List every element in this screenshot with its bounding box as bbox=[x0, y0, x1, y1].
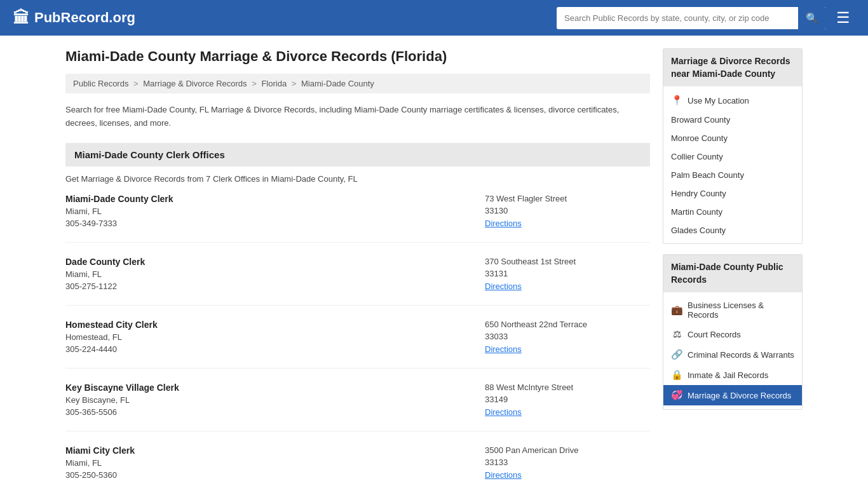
breadcrumb-marriage-divorce[interactable]: Marriage & Divorce Records bbox=[143, 79, 247, 88]
pr-icon: 🔒 bbox=[671, 369, 682, 381]
clerk-address: 370 Southeast 1st Street 33131 Direction… bbox=[485, 257, 650, 291]
clerk-name: Dade County Clerk bbox=[65, 257, 485, 267]
header-right: 🔍 ☰ bbox=[557, 6, 855, 29]
clerk-zip: 33033 bbox=[485, 332, 650, 341]
pr-label: Business Licenses & Records bbox=[688, 301, 794, 320]
clerk-phone: 305-275-1122 bbox=[65, 281, 485, 291]
nearby-county-link[interactable]: Monroe County bbox=[663, 129, 802, 147]
nearby-county-link[interactable]: Broward County bbox=[663, 111, 802, 129]
breadcrumb: Public Records > Marriage & Divorce Reco… bbox=[65, 74, 650, 93]
breadcrumb-miami-dade[interactable]: Miami-Dade County bbox=[301, 79, 374, 88]
clerk-city: Homestead, FL bbox=[65, 332, 485, 342]
directions-link[interactable]: Directions bbox=[485, 407, 522, 417]
directions-link[interactable]: Directions bbox=[485, 281, 522, 291]
header: 🏛 PubRecord.org 🔍 ☰ bbox=[0, 0, 868, 36]
clerk-street: 650 Northeast 22nd Terrace bbox=[485, 320, 650, 329]
public-record-item[interactable]: 💞 Marriage & Divorce Records bbox=[663, 385, 802, 405]
clerk-info: Miami-Dade County Clerk Miami, FL 305-34… bbox=[65, 194, 485, 228]
clerk-address: 73 West Flagler Street 33130 Directions bbox=[485, 194, 650, 228]
public-records-box: Miami-Dade County Public Records 💼 Busin… bbox=[663, 254, 803, 410]
clerk-street: 73 West Flagler Street bbox=[485, 194, 650, 203]
public-records-header: Miami-Dade County Public Records bbox=[663, 255, 802, 292]
clerks-list: Miami-Dade County Clerk Miami, FL 305-34… bbox=[65, 194, 650, 488]
clerk-info: Dade County Clerk Miami, FL 305-275-1122 bbox=[65, 257, 485, 291]
clerk-name: Key Biscayne Village Clerk bbox=[65, 383, 485, 393]
nearby-box: Marriage & Divorce Records near Miami-Da… bbox=[663, 48, 803, 244]
clerk-street: 3500 Pan American Drive bbox=[485, 445, 650, 455]
public-record-item[interactable]: 🔗 Criminal Records & Warrants bbox=[663, 344, 802, 365]
section-header: Miami-Dade County Clerk Offices bbox=[65, 143, 650, 166]
nearby-header: Marriage & Divorce Records near Miami-Da… bbox=[663, 49, 802, 86]
search-input[interactable] bbox=[557, 8, 798, 28]
clerk-name: Miami-Dade County Clerk bbox=[65, 194, 485, 204]
nearby-body: 📍 Use My Location Broward CountyMonroe C… bbox=[663, 86, 802, 243]
nearby-county-link[interactable]: Palm Beach County bbox=[663, 166, 802, 184]
breadcrumb-florida[interactable]: Florida bbox=[261, 79, 287, 88]
clerk-phone: 305-365-5506 bbox=[65, 407, 485, 417]
public-record-item[interactable]: ⚖ Court Records bbox=[663, 324, 802, 344]
clerk-entry: Homestead City Clerk Homestead, FL 305-2… bbox=[65, 320, 650, 369]
site-logo[interactable]: 🏛 PubRecord.org bbox=[13, 8, 135, 28]
clerk-address: 3500 Pan American Drive 33133 Directions bbox=[485, 445, 650, 480]
nearby-county-link[interactable]: Hendry County bbox=[663, 184, 802, 203]
clerk-city: Miami, FL bbox=[65, 458, 485, 468]
clerk-street: 88 West McIntyre Street bbox=[485, 383, 650, 392]
content-area: Miami-Dade County Marriage & Divorce Rec… bbox=[65, 48, 650, 488]
clerk-city: Key Biscayne, FL bbox=[65, 395, 485, 405]
directions-link[interactable]: Directions bbox=[485, 219, 522, 228]
public-record-item[interactable]: 🔒 Inmate & Jail Records bbox=[663, 365, 802, 385]
nearby-county-link[interactable]: Collier County bbox=[663, 147, 802, 166]
clerk-name: Homestead City Clerk bbox=[65, 320, 485, 330]
pr-icon: ⚖ bbox=[671, 329, 682, 340]
section-subtext: Get Marriage & Divorce Records from 7 Cl… bbox=[65, 174, 650, 184]
directions-link[interactable]: Directions bbox=[485, 470, 522, 480]
pr-icon: 🔗 bbox=[671, 349, 682, 360]
pr-label: Court Records bbox=[688, 330, 741, 339]
clerk-zip: 33133 bbox=[485, 458, 650, 467]
use-location-label: Use My Location bbox=[688, 96, 749, 105]
clerk-zip: 33149 bbox=[485, 395, 650, 404]
pr-icon: 💼 bbox=[671, 304, 682, 316]
clerk-info: Key Biscayne Village Clerk Key Biscayne,… bbox=[65, 383, 485, 417]
search-bar: 🔍 bbox=[557, 7, 826, 29]
clerk-zip: 33131 bbox=[485, 269, 650, 278]
clerk-city: Miami, FL bbox=[65, 269, 485, 279]
breadcrumb-sep-3: > bbox=[292, 79, 299, 88]
main-container: Miami-Dade County Marriage & Divorce Rec… bbox=[53, 36, 815, 488]
search-button[interactable]: 🔍 bbox=[798, 7, 826, 29]
logo-icon: 🏛 bbox=[13, 8, 29, 28]
clerk-entry: Key Biscayne Village Clerk Key Biscayne,… bbox=[65, 383, 650, 431]
breadcrumb-sep-1: > bbox=[133, 79, 140, 88]
pr-label: Criminal Records & Warrants bbox=[688, 350, 794, 360]
pr-label: Inmate & Jail Records bbox=[688, 370, 768, 380]
clerk-zip: 33130 bbox=[485, 206, 650, 215]
logo-text: PubRecord.org bbox=[34, 10, 135, 26]
menu-icon: ☰ bbox=[836, 9, 850, 26]
clerk-entry: Miami City Clerk Miami, FL 305-250-5360 … bbox=[65, 445, 650, 488]
page-title: Miami-Dade County Marriage & Divorce Rec… bbox=[65, 48, 650, 65]
use-location-link[interactable]: 📍 Use My Location bbox=[663, 90, 802, 111]
sidebar: Marriage & Divorce Records near Miami-Da… bbox=[663, 48, 803, 488]
clerk-street: 370 Southeast 1st Street bbox=[485, 257, 650, 266]
clerk-city: Miami, FL bbox=[65, 207, 485, 216]
public-records-body: 💼 Business Licenses & Records ⚖ Court Re… bbox=[663, 292, 802, 409]
clerk-name: Miami City Clerk bbox=[65, 445, 485, 456]
clerk-phone: 305-250-5360 bbox=[65, 470, 485, 480]
clerk-address: 650 Northeast 22nd Terrace 33033 Directi… bbox=[485, 320, 650, 354]
breadcrumb-public-records[interactable]: Public Records bbox=[73, 79, 128, 88]
clerk-address: 88 West McIntyre Street 33149 Directions bbox=[485, 383, 650, 417]
directions-link[interactable]: Directions bbox=[485, 344, 522, 354]
clerk-info: Miami City Clerk Miami, FL 305-250-5360 bbox=[65, 445, 485, 480]
breadcrumb-sep-2: > bbox=[252, 79, 259, 88]
pr-label: Marriage & Divorce Records bbox=[688, 391, 791, 400]
location-icon: 📍 bbox=[671, 95, 682, 106]
nearby-county-link[interactable]: Glades County bbox=[663, 221, 802, 240]
pr-icon: 💞 bbox=[671, 390, 682, 401]
clerk-entry: Dade County Clerk Miami, FL 305-275-1122… bbox=[65, 257, 650, 306]
menu-button[interactable]: ☰ bbox=[831, 6, 855, 29]
nearby-counties: Broward CountyMonroe CountyCollier Count… bbox=[663, 111, 802, 240]
clerk-phone: 305-349-7333 bbox=[65, 219, 485, 228]
public-record-item[interactable]: 💼 Business Licenses & Records bbox=[663, 296, 802, 324]
search-icon: 🔍 bbox=[806, 13, 818, 24]
nearby-county-link[interactable]: Martin County bbox=[663, 203, 802, 221]
